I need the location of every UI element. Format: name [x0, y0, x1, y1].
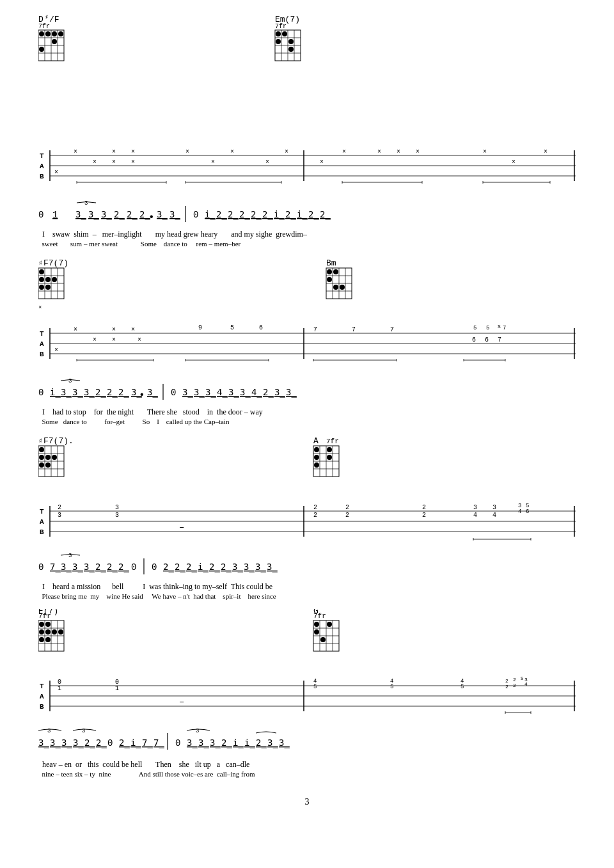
svg-text:2̲: 2̲ [95, 562, 106, 572]
svg-text:5: 5 [230, 324, 234, 331]
notation-line-4: 3 3̲ 3̲ 3̲ 3 3̲ 2̲ 2̲ 0 2̲ i̲ 7̲ 7̲ 0 3 … [38, 727, 576, 759]
svg-text:×: × [320, 159, 324, 166]
svg-text:3̲: 3̲ [73, 738, 84, 748]
svg-text:3̲: 3̲ [72, 388, 83, 398]
svg-point-107 [45, 277, 51, 282]
svg-point-288 [45, 637, 51, 642]
svg-text:i̲: i̲ [244, 738, 255, 748]
svg-text:•: • [139, 390, 145, 401]
svg-text:3̲: 3̲ [50, 738, 61, 748]
svg-text:2̲: 2̲ [119, 738, 130, 748]
svg-text:3̲: 3̲ [255, 562, 266, 572]
section3-chords: ♯ F7(7). 7fr A [38, 434, 576, 498]
svg-text:3: 3 [196, 728, 199, 734]
svg-text:7: 7 [390, 326, 394, 333]
svg-text:Bm: Bm [326, 258, 336, 268]
svg-text:×: × [512, 159, 516, 166]
section2-chords: ♯ F7(7) × Bm [38, 256, 576, 320]
svg-point-110 [45, 285, 51, 290]
svg-text:3̲: 3̲ [286, 388, 297, 398]
svg-text:T: T [40, 683, 44, 690]
svg-text:2̲: 2̲ [107, 388, 118, 398]
svg-text:×: × [416, 148, 420, 155]
lyrics-3b: Please bring me my wine He said We have … [38, 592, 576, 600]
svg-text:2̲: 2̲ [118, 562, 129, 572]
svg-text:2: 2 [313, 512, 317, 519]
svg-text:2̲: 2̲ [163, 562, 174, 572]
svg-text:2: 2 [422, 512, 426, 519]
svg-text:2̲: 2̲ [114, 210, 125, 220]
svg-text:0: 0 [38, 388, 43, 398]
svg-text:i̲: i̲ [50, 388, 61, 398]
svg-text:F7(7): F7(7) [43, 258, 68, 268]
svg-point-25 [276, 31, 281, 36]
svg-point-298 [314, 622, 319, 627]
svg-point-287 [39, 637, 44, 642]
svg-text:6: 6 [485, 336, 489, 343]
svg-text:4̲: 4̲ [251, 388, 262, 398]
svg-point-281 [39, 622, 44, 627]
svg-point-26 [282, 31, 287, 36]
svg-text:6: 6 [259, 324, 263, 331]
svg-text:×: × [185, 148, 189, 155]
svg-text:3: 3 [473, 504, 477, 511]
svg-text:3̲: 3̲ [72, 562, 83, 572]
svg-text:3̲: 3̲ [101, 210, 112, 220]
svg-point-282 [45, 622, 51, 627]
svg-text:1: 1 [115, 685, 119, 692]
svg-text:3̲: 3̲ [267, 562, 278, 572]
svg-text:×: × [138, 336, 141, 343]
svg-text:B: B [40, 703, 44, 711]
svg-text:5: 5 [390, 684, 393, 690]
svg-text:7fr: 7fr [275, 23, 287, 30]
svg-text:2: 2 [345, 504, 349, 511]
svg-text:4̲: 4̲ [217, 388, 228, 398]
svg-text:×: × [397, 148, 400, 155]
svg-text:6: 6 [526, 509, 529, 515]
svg-text:T: T [40, 152, 44, 160]
svg-text:4: 4 [524, 681, 528, 687]
svg-text:4: 4 [518, 509, 521, 515]
svg-text:B: B [40, 528, 44, 536]
tab-staff-2: T A B × × × 9 5 6 × × × × 7 7 7 5 5 S [38, 322, 576, 376]
lyrics-1a: I swaw shim – mer–inglight my head grew … [38, 230, 576, 239]
svg-text:×: × [211, 159, 215, 166]
svg-text:×: × [112, 326, 116, 333]
svg-text:2: 2 [513, 677, 516, 683]
svg-text:×: × [112, 148, 116, 155]
svg-text:2̲: 2̲ [96, 738, 107, 748]
svg-text:3̲: 3̲ [61, 562, 72, 572]
svg-text:2̲: 2̲ [221, 562, 232, 572]
svg-point-11 [45, 31, 51, 36]
svg-text:2̲: 2̲ [127, 210, 138, 220]
svg-text:6: 6 [472, 336, 476, 343]
svg-text:3: 3 [115, 504, 119, 511]
svg-point-14 [52, 39, 57, 44]
svg-text:3̲: 3̲ [267, 738, 278, 748]
svg-text:2: 2 [345, 512, 349, 519]
svg-text:2: 2 [313, 504, 317, 511]
svg-point-202 [52, 455, 57, 460]
svg-point-27 [276, 39, 281, 44]
svg-point-15 [39, 47, 44, 52]
notation-line-3: 0 7̲ 3 3̲ 3̲ 3̲ 2̲ 2̲ 2̲ 0 0 2̲ 2̲ 2̲ i̲… [38, 552, 576, 581]
svg-text:2̲: 2̲ [320, 210, 331, 220]
svg-text:–: – [179, 522, 184, 532]
svg-point-28 [288, 39, 294, 44]
svg-text:2̲: 2̲ [263, 388, 274, 398]
svg-text:1: 1 [52, 210, 58, 220]
svg-point-285 [52, 629, 57, 635]
svg-text:2̲: 2̲ [239, 210, 250, 220]
svg-point-109 [39, 285, 44, 290]
svg-text:3: 3 [492, 504, 496, 511]
lyrics-2a: I had to stop for the night There she st… [38, 407, 576, 417]
svg-text:0: 0 [38, 562, 43, 572]
svg-text:i̲: i̲ [198, 562, 209, 572]
svg-text:3: 3 [68, 378, 72, 384]
svg-text:×: × [544, 148, 547, 155]
svg-text:3̲: 3̲ [182, 388, 193, 398]
svg-text:7fr: 7fr [326, 438, 339, 445]
svg-point-215 [314, 455, 319, 460]
svg-text:2̲: 2̲ [209, 562, 220, 572]
svg-text:9: 9 [198, 324, 202, 331]
